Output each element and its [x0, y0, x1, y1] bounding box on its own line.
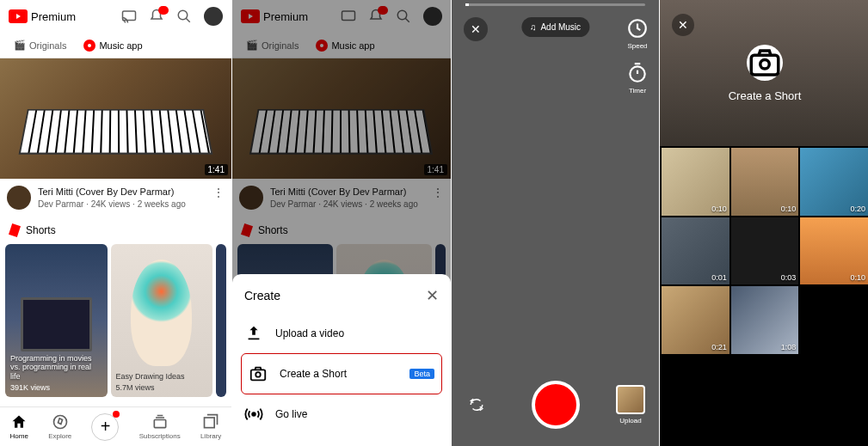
- thumbnail-image: [18, 109, 212, 155]
- screen-create-sheet: Premium 🎬OriginalsMusic app 1:41 Teri Mi…: [232, 0, 451, 446]
- home-icon: [10, 413, 28, 431]
- svg-rect-3: [154, 420, 165, 428]
- tab-originals[interactable]: 🎬Originals: [9, 36, 71, 55]
- video-thumbnail[interactable]: 1:41: [0, 58, 231, 179]
- clip-duration: 0:01: [711, 273, 727, 282]
- video-subtitle: Dev Parmar · 24K views · 2 weeks ago: [38, 199, 206, 209]
- svg-point-9: [252, 412, 255, 416]
- subscriptions-icon: [151, 413, 169, 431]
- gallery-item[interactable]: 0:21: [662, 286, 729, 354]
- originals-icon: 🎬: [14, 40, 26, 52]
- close-button[interactable]: ✕: [464, 17, 488, 41]
- clip-duration: 0:10: [781, 205, 797, 213]
- gallery-item[interactable]: 0:03: [731, 217, 799, 285]
- clip-duration: 0:21: [711, 343, 727, 351]
- svg-point-8: [255, 372, 261, 377]
- gallery-item[interactable]: 0:10: [662, 148, 729, 216]
- video-title: Teri Mitti (Cover By Dev Parmar): [38, 186, 206, 198]
- svg-rect-0: [123, 11, 136, 21]
- library-icon: [202, 413, 219, 431]
- music-icon: [83, 40, 95, 52]
- youtube-logo[interactable]: Premium: [9, 9, 76, 23]
- upload-video-option[interactable]: Upload a video: [232, 314, 451, 353]
- gallery-item[interactable]: 1:08: [731, 286, 799, 354]
- short-item[interactable]: Easy Drawing Ideas 5.7M views: [111, 244, 213, 397]
- nav-explore[interactable]: Explore: [48, 413, 71, 440]
- create-short-option[interactable]: Create a ShortBeta: [241, 353, 442, 394]
- close-button[interactable]: ✕: [672, 14, 694, 36]
- svg-point-13: [760, 59, 770, 69]
- timer-tool[interactable]: Timer: [626, 62, 649, 95]
- svg-point-2: [53, 416, 66, 429]
- screen-home: Premium 🎬Originals Music app 1:41 Teri M…: [0, 0, 231, 446]
- channel-avatar[interactable]: [7, 186, 31, 210]
- gallery-thumbnail: [616, 385, 645, 414]
- gallery-item[interactable]: 0:01: [662, 217, 729, 285]
- video-duration: 1:41: [205, 164, 228, 175]
- camera-icon: [249, 364, 268, 383]
- play-icon: [9, 9, 28, 23]
- screen-gallery-picker: ✕ Create a Short 0:10 0:10 0:20 0:01 0:0…: [660, 0, 868, 446]
- timer-icon: [626, 62, 649, 84]
- create-bottom-sheet: Create✕ Upload a video Create a ShortBet…: [232, 274, 451, 446]
- bottom-nav: Home Explore + Subscriptions Library: [0, 406, 231, 446]
- svg-rect-12: [751, 55, 779, 75]
- video-meta: Teri Mitti (Cover By Dev Parmar) Dev Par…: [0, 179, 231, 217]
- broadcast-icon: [244, 405, 263, 424]
- clip-duration: 0:10: [850, 273, 865, 282]
- camera-controls: Upload: [452, 381, 659, 429]
- shorts-shelf[interactable]: Programming in movies vs. programming in…: [0, 244, 231, 397]
- short-thumbnail: [131, 260, 192, 367]
- go-live-option[interactable]: Go live: [232, 394, 451, 434]
- clip-duration: 0:03: [781, 273, 797, 282]
- beta-badge: Beta: [409, 369, 434, 379]
- nav-library[interactable]: Library: [200, 413, 221, 440]
- brand-text: Premium: [31, 10, 76, 23]
- flip-camera-icon[interactable]: [469, 397, 484, 412]
- nav-subscriptions[interactable]: Subscriptions: [139, 413, 181, 440]
- short-views: 391K views: [10, 383, 102, 392]
- create-button[interactable]: +: [91, 413, 119, 441]
- camera-button[interactable]: [747, 45, 783, 81]
- gallery-item[interactable]: 0:20: [800, 148, 868, 216]
- nav-home[interactable]: Home: [10, 413, 28, 440]
- svg-point-1: [178, 10, 188, 20]
- gallery-title: Create a Short: [729, 89, 802, 102]
- video-info[interactable]: Teri Mitti (Cover By Dev Parmar) Dev Par…: [38, 186, 206, 210]
- topbar-actions: [121, 7, 223, 26]
- short-title: Easy Drawing Ideas: [116, 372, 208, 382]
- recording-progress: [465, 3, 645, 6]
- cast-icon[interactable]: [121, 9, 137, 24]
- speed-icon: [626, 17, 649, 40]
- camera-tools: Speed Timer: [626, 17, 649, 95]
- sheet-title: Create: [244, 289, 280, 302]
- svg-rect-7: [251, 370, 266, 380]
- topbar: Premium: [0, 0, 231, 33]
- record-button[interactable]: [532, 381, 580, 429]
- add-music-button[interactable]: ♫Add Music: [521, 17, 589, 37]
- notifications-icon[interactable]: [149, 9, 164, 24]
- more-icon[interactable]: ⋮: [212, 186, 225, 210]
- short-item[interactable]: [216, 244, 226, 397]
- gallery-grid[interactable]: 0:10 0:10 0:20 0:01 0:03 0:10 0:21 1:08: [660, 146, 868, 446]
- account-avatar[interactable]: [204, 7, 223, 26]
- shorts-icon: [9, 223, 21, 237]
- shorts-header: Shorts: [0, 217, 231, 244]
- short-thumbnail: [21, 297, 92, 351]
- gallery-item[interactable]: 0:10: [800, 217, 868, 285]
- search-icon[interactable]: [176, 9, 192, 24]
- upload-icon: [244, 324, 263, 343]
- speed-tool[interactable]: Speed: [626, 17, 649, 50]
- tab-music-app[interactable]: Music app: [78, 36, 147, 55]
- close-icon[interactable]: ✕: [426, 286, 439, 305]
- upload-gallery-button[interactable]: Upload: [616, 385, 645, 425]
- clip-duration: 1:08: [781, 343, 797, 351]
- svg-rect-4: [205, 418, 215, 428]
- screen-shorts-camera: ✕ ♫Add Music Speed Timer Upload: [452, 0, 659, 446]
- gallery-item[interactable]: 0:10: [731, 148, 799, 216]
- short-title: Programming in movies vs. programming in…: [10, 354, 102, 382]
- short-views: 5.7M views: [116, 383, 208, 392]
- music-note-icon: ♫: [530, 22, 537, 32]
- short-item[interactable]: Programming in movies vs. programming in…: [5, 244, 108, 397]
- feed-tabs: 🎬Originals Music app: [0, 33, 231, 58]
